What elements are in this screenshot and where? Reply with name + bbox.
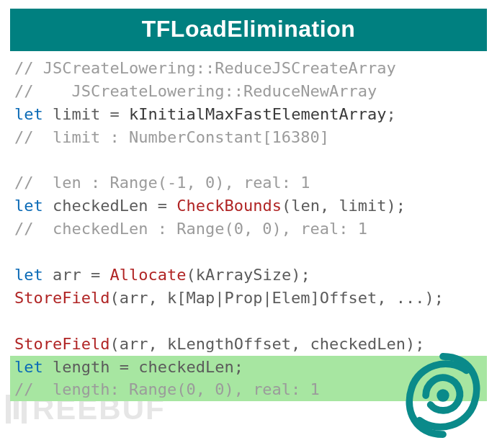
code-line: // limit : NumberConstant[16380] bbox=[10, 126, 487, 149]
function-call: StoreField bbox=[14, 289, 109, 307]
code-line: StoreField(arr, kLengthOffset, checkedLe… bbox=[10, 333, 487, 356]
operator: = bbox=[109, 358, 138, 376]
code-line: // len : Range(-1, 0), real: 1 bbox=[10, 171, 487, 194]
code-line-highlighted: // length: Range(0, 0), real: 1 bbox=[10, 378, 487, 401]
code-line: // checkedLen : Range(0, 0), real: 1 bbox=[10, 218, 487, 241]
rhs-value: checkedLen bbox=[138, 358, 233, 376]
code-block: // JSCreateLowering::ReduceJSCreateArray… bbox=[0, 57, 497, 401]
code-line: // JSCreateLowering::ReduceNewArray bbox=[10, 80, 487, 103]
identifier: arr bbox=[53, 266, 81, 284]
semicolon: ; bbox=[434, 289, 444, 307]
semicolon: ; bbox=[234, 358, 243, 376]
code-line-highlighted: let length = checkedLen; bbox=[10, 356, 487, 379]
semicolon: ; bbox=[415, 335, 424, 353]
arguments: (arr, kLengthOffset, checkedLen) bbox=[109, 335, 415, 353]
keyword-let: let bbox=[14, 105, 43, 123]
code-line: StoreField(arr, k[Map|Prop|Elem]Offset, … bbox=[10, 287, 487, 310]
code-line: let arr = Allocate(kArraySize); bbox=[10, 264, 487, 287]
function-call: CheckBounds bbox=[176, 197, 282, 215]
semicolon: ; bbox=[387, 105, 396, 123]
identifier: length bbox=[53, 358, 109, 376]
keyword-let: let bbox=[14, 197, 43, 215]
arguments: (arr, k[Map|Prop|Elem]Offset, ...) bbox=[109, 289, 434, 307]
arguments: (len, limit) bbox=[282, 197, 396, 215]
blank-line bbox=[10, 310, 487, 333]
rhs-value: kInitialMaxFastElementArray bbox=[129, 105, 387, 123]
code-line: let limit = kInitialMaxFastElementArray; bbox=[10, 103, 487, 126]
keyword-let: let bbox=[14, 358, 43, 376]
operator: = bbox=[81, 266, 110, 284]
comment: // length: Range(0, 0), real: 1 bbox=[14, 380, 320, 398]
operator: = bbox=[100, 105, 129, 123]
title-text: TFLoadElimination bbox=[142, 16, 355, 42]
operator: = bbox=[148, 197, 176, 215]
blank-line bbox=[10, 149, 487, 172]
function-call: StoreField bbox=[14, 335, 109, 353]
code-line: // JSCreateLowering::ReduceJSCreateArray bbox=[10, 57, 487, 80]
semicolon: ; bbox=[300, 266, 310, 284]
comment: // JSCreateLowering::ReduceJSCreateArray bbox=[14, 59, 396, 77]
blank-line bbox=[10, 241, 487, 264]
comment: // checkedLen : Range(0, 0), real: 1 bbox=[14, 220, 367, 238]
comment: // JSCreateLowering::ReduceNewArray bbox=[14, 82, 377, 100]
arguments: (kArraySize) bbox=[186, 266, 300, 284]
function-call: Allocate bbox=[110, 266, 187, 284]
keyword-let: let bbox=[14, 266, 43, 284]
title-bar: TFLoadElimination bbox=[10, 9, 487, 51]
semicolon: ; bbox=[396, 197, 406, 215]
identifier: checkedLen bbox=[53, 197, 148, 215]
identifier: limit bbox=[53, 105, 100, 123]
code-line: let checkedLen = CheckBounds(len, limit)… bbox=[10, 194, 487, 218]
comment: // limit : NumberConstant[16380] bbox=[14, 128, 329, 146]
comment: // len : Range(-1, 0), real: 1 bbox=[14, 174, 310, 192]
